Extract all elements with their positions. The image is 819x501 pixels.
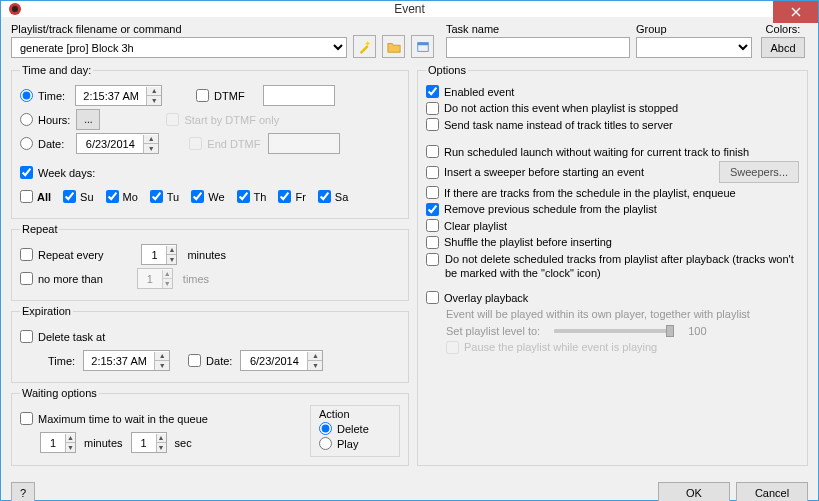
help-button[interactable]: ? [11,482,35,501]
action-delete-radio[interactable]: Delete [319,422,391,435]
wait-sec-spinner[interactable]: ▲▼ [131,432,167,453]
event-window: Event Playlist/track filename or command… [0,0,819,501]
svg-point-1 [12,6,18,12]
action-label: Action [319,408,391,420]
day-fr[interactable]: Fr [278,190,305,203]
end-dtmf-checkbox: End DTMF [189,137,260,150]
filename-select[interactable]: generate [pro] Block 3h [11,37,347,58]
date-radio[interactable]: Date: [20,137,64,150]
dtmf-input[interactable] [263,85,335,106]
enqueue-checkbox[interactable]: If there are tracks from the schedule in… [426,186,736,200]
nodelete-label: Do not delete scheduled tracks from play… [445,252,799,280]
cancel-button[interactable]: Cancel [736,482,808,501]
sweeper-checkbox[interactable]: Insert a sweeper before starting an even… [426,165,644,179]
sweepers-button[interactable]: Sweepers... [719,161,799,183]
level-slider [554,329,674,333]
group-label: Group [636,23,752,35]
dtmf-checkbox[interactable]: DTMF [196,89,245,102]
app-icon [7,1,23,17]
exp-date-spinner[interactable]: ▲▼ [240,350,323,371]
taskname-input[interactable] [446,37,630,58]
svg-rect-3 [417,42,428,45]
footer: ? OK Cancel [1,478,818,501]
waiting-group: Waiting options Maximum time to wait in … [11,387,409,466]
day-tu[interactable]: Tu [150,190,179,203]
end-dtmf-input [268,133,340,154]
maxwait-checkbox[interactable]: Maximum time to wait in the queue [20,412,208,425]
shuffle-checkbox[interactable]: Shuffle the playlist before inserting [426,235,612,249]
time-spinner[interactable]: ▲▼ [75,85,162,106]
day-th[interactable]: Th [237,190,267,203]
content: Playlist/track filename or command gener… [1,17,818,478]
filename-label: Playlist/track filename or command [11,23,347,35]
waiting-legend: Waiting options [20,387,99,399]
taskname-label: Task name [446,23,630,35]
day-mo[interactable]: Mo [106,190,138,203]
wait-sec-unit: sec [175,437,192,449]
action-box: Action Delete Play [310,405,400,457]
ok-button[interactable]: OK [658,482,730,501]
titlebar: Event [1,1,818,17]
options-legend: Options [426,64,468,76]
nomore-spinner: ▲▼ [137,268,173,289]
level-value: 100 [688,324,706,338]
pause-checkbox: Pause the playlist while event is playin… [446,340,657,354]
hours-radio[interactable]: Hours: [20,113,70,126]
expiration-legend: Expiration [20,305,73,317]
window-title: Event [394,2,425,16]
repeat-legend: Repeat [20,223,59,235]
repeat-every-checkbox[interactable]: Repeat every [20,248,103,261]
wait-min-unit: minutes [84,437,123,449]
time-day-group: Time and day: Time: ▲▼ DTMF Hours: ... S… [11,64,409,219]
repeat-group: Repeat Repeat every ▲▼ minutes no more t… [11,223,409,301]
day-we[interactable]: We [191,190,224,203]
nomore-unit: times [183,273,209,285]
top-row: Playlist/track filename or command gener… [11,23,808,58]
nodelete-checkbox[interactable] [426,253,439,266]
time-day-legend: Time and day: [20,64,93,76]
repeat-every-spinner[interactable]: ▲▼ [141,244,177,265]
exp-time-spinner[interactable]: ▲▼ [83,350,170,371]
exp-date-checkbox[interactable]: Date: [188,354,232,367]
wait-min-spinner[interactable]: ▲▼ [40,432,76,453]
all-days-checkbox[interactable]: All [20,190,51,203]
noaction-checkbox[interactable]: Do not action this event when playlist i… [426,101,678,115]
nomore-checkbox[interactable]: no more than [20,272,103,285]
time-radio[interactable]: Time: [20,89,65,102]
repeat-every-unit: minutes [187,249,226,261]
enabled-checkbox[interactable]: Enabled event [426,85,514,99]
overlay-checkbox[interactable]: Overlay playback [426,291,528,305]
date-spinner[interactable]: ▲▼ [76,133,159,154]
colors-button[interactable]: Abcd [761,37,804,58]
day-sa[interactable]: Sa [318,190,348,203]
wizard-button[interactable] [353,35,376,58]
removeprev-checkbox[interactable]: Remove previous schedule from the playli… [426,202,657,216]
close-button[interactable] [773,1,818,23]
start-dtmf-checkbox: Start by DTMF only [166,113,279,126]
clear-checkbox[interactable]: Clear playlist [426,219,507,233]
overlay-hint: Event will be played within its own play… [446,307,750,321]
day-su[interactable]: Su [63,190,93,203]
folder-button[interactable] [382,35,405,58]
expiration-group: Expiration Delete task at Time: ▲▼ Date:… [11,305,409,383]
colors-label: Colors: [766,23,801,35]
weekdays-checkbox[interactable]: Week days: [20,166,95,179]
hours-picker-button[interactable]: ... [76,109,100,130]
panel-button[interactable] [411,35,434,58]
runsched-checkbox[interactable]: Run scheduled launch without waiting for… [426,145,749,159]
action-play-radio[interactable]: Play [319,437,391,450]
group-select[interactable] [636,37,752,58]
delete-task-checkbox[interactable]: Delete task at [20,330,105,343]
setlevel-label: Set playlist level to: [446,324,540,338]
exp-time-label: Time: [48,355,75,367]
sendtask-checkbox[interactable]: Send task name instead of track titles t… [426,118,673,132]
options-group: Options Enabled event Do not action this… [417,64,808,466]
